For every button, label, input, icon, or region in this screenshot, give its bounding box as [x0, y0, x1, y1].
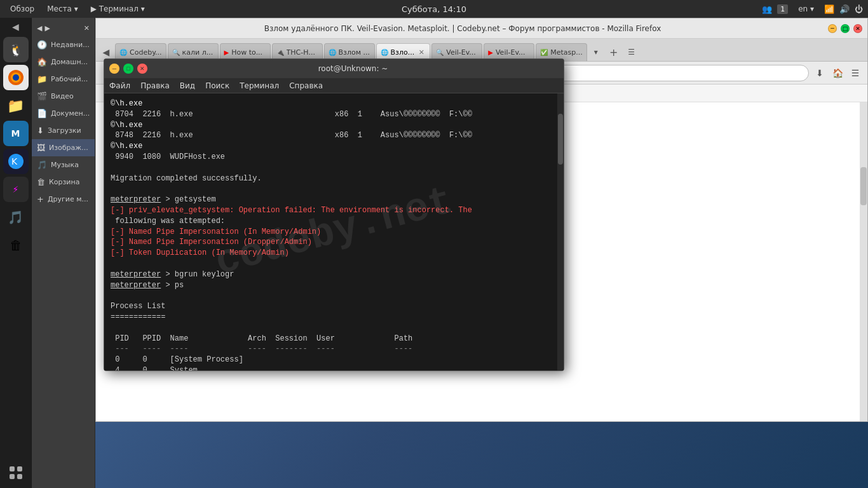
dock: ◀ 🐧 📁 M K ⚡ 🎵 🗑	[0, 18, 32, 488]
svg-point-2	[13, 74, 19, 81]
downloads-icon: ⬇	[37, 126, 44, 135]
sidebar-item-label: Музыка	[51, 161, 79, 169]
svg-rect-8	[17, 474, 22, 479]
terminal-body[interactable]: ©\h.exe 8704 2216 h.exe x86 1 Asus\©©©©©…	[104, 93, 564, 370]
sidebar-item-downloads[interactable]: ⬇ Загрузки	[32, 122, 95, 139]
terminal-menu-search[interactable]: Поиск	[205, 81, 229, 90]
terminal-maximize-button[interactable]: □	[123, 64, 133, 74]
address-right-buttons: ⬇ 🏠 ☰	[811, 65, 864, 81]
sidebar: ◀ ▶ ✕ 🕐 Недавни... 🏠 Домашн... 📁 Рабочий…	[32, 18, 95, 488]
browser-title: Взлом удалённого ПК. Veil-Evasion. Metas…	[101, 24, 824, 33]
browser-scrollbar[interactable]	[860, 102, 867, 421]
svg-rect-7	[10, 474, 15, 479]
dock-item-linux[interactable]: 🐧	[3, 37, 29, 62]
sidebar-item-video[interactable]: 🎬 Видео	[32, 88, 95, 105]
dock-item-firefox[interactable]	[3, 65, 29, 90]
download-button[interactable]: ⬇	[811, 65, 828, 81]
sidebar-nav-back[interactable]: ◀ ▶ ✕	[32, 20, 95, 36]
dock-item-pycharm[interactable]: ⚡	[3, 177, 29, 202]
trash-icon: 🗑	[37, 177, 45, 187]
tab-label: Взло...	[391, 48, 415, 57]
dock-item-trash[interactable]: 🗑	[3, 233, 29, 258]
tab-favicon-howto: ▶	[224, 49, 229, 56]
terminal-scrollbar[interactable]	[557, 93, 564, 370]
video-icon: 🎬	[37, 92, 47, 101]
tab-favicon-thc: 🔌	[276, 49, 284, 56]
sidebar-item-label: Другие м...	[48, 195, 88, 203]
tab-favicon-kali: 🔍	[172, 49, 180, 56]
dock-item-files[interactable]: 📁	[3, 93, 29, 118]
system-bar-right: 👥 1 en ▾ 📶 🔊 ⏻	[762, 3, 863, 15]
sidebar-item-documents[interactable]: 📄 Докумен...	[32, 105, 95, 122]
sysbar-power-icon[interactable]: ⏻	[855, 4, 863, 14]
documents-icon: 📄	[37, 109, 47, 118]
terminal-window: ─ □ ✕ root@Unknown: ~ Файл Правка Вид По…	[104, 58, 564, 371]
sysbar-overview[interactable]: Обзор	[5, 3, 39, 15]
sysbar-lang[interactable]: en ▾	[793, 3, 819, 15]
browser-maximize-button[interactable]: □	[841, 24, 850, 33]
tab-label: Взлом ...	[339, 48, 370, 57]
terminal-close-button[interactable]: ✕	[137, 64, 147, 74]
terminal-menu-view[interactable]: Вид	[180, 81, 195, 90]
add-icon: +	[37, 194, 44, 204]
sidebar-item-label: Рабочий...	[51, 75, 88, 83]
dock-arrow-up[interactable]: ◀	[12, 22, 19, 32]
tab-favicon-vzlom2: 🌐	[381, 49, 388, 56]
terminal-menu-help[interactable]: Справка	[289, 81, 323, 90]
terminal-titlebar: ─ □ ✕ root@Unknown: ~	[104, 59, 564, 78]
sidebar-item-other[interactable]: + Другие м...	[32, 191, 95, 208]
dock-item-kali[interactable]: K	[3, 149, 29, 174]
terminal-menu-terminal[interactable]: Терминал	[240, 81, 279, 90]
svg-rect-6	[17, 466, 22, 471]
sidebar-item-music[interactable]: 🎵 Музыка	[32, 156, 95, 173]
terminal-window-controls: ─ □ ✕	[109, 64, 147, 74]
system-clock: Суббота, 14:10	[402, 4, 466, 14]
dock-item-music[interactable]: 🎵	[3, 205, 29, 230]
tab-close-button[interactable]: ✕	[417, 48, 426, 57]
sidebar-item-label: Изображ...	[49, 144, 88, 152]
sysbar-wifi-icon[interactable]: 📶	[824, 4, 834, 14]
browser-titlebar: Взлом удалённого ПК. Veil-Evasion. Metas…	[96, 18, 867, 39]
desktop-background	[32, 422, 868, 488]
sidebar-item-label: Докумен...	[51, 109, 90, 118]
sysbar-sound-icon[interactable]: 🔊	[839, 4, 850, 14]
sidebar-close-icon[interactable]: ✕	[84, 24, 90, 32]
sidebar-item-trash[interactable]: 🗑 Корзина	[32, 173, 95, 191]
sidebar-item-recent[interactable]: 🕐 Недавни...	[32, 36, 95, 53]
terminal-scrollbar-thumb[interactable]	[558, 114, 563, 165]
system-bar: Обзор Места ▾ ▶ Терминал ▾ Суббота, 14:1…	[0, 0, 868, 18]
terminal-menu-file[interactable]: Файл	[109, 81, 130, 90]
browser-minimize-button[interactable]: ─	[828, 24, 837, 33]
tab-favicon-veil1: 🔍	[436, 49, 444, 56]
sidebar-item-label: Видео	[51, 92, 74, 100]
music-icon: 🎵	[37, 160, 47, 170]
sysbar-places[interactable]: Места ▾	[42, 3, 83, 15]
recent-icon: 🕐	[37, 40, 47, 50]
tab-menu-button[interactable]: ☰	[624, 43, 639, 61]
terminal-minimize-button[interactable]: ─	[109, 64, 119, 74]
sysbar-user-icon: 👥	[762, 4, 772, 14]
browser-close-button[interactable]: ✕	[853, 24, 862, 33]
tab-label: Veil-Ev...	[496, 48, 530, 57]
tab-label: кали л...	[182, 48, 214, 57]
back-icon: ◀	[37, 24, 42, 32]
sysbar-workspace-badge[interactable]: 1	[777, 4, 788, 14]
sidebar-item-desktop[interactable]: 📁 Рабочий...	[32, 71, 95, 88]
tab-add-button[interactable]: +	[605, 43, 623, 61]
sidebar-item-home[interactable]: 🏠 Домашн...	[32, 53, 95, 71]
sysbar-terminal[interactable]: ▶ Терминал ▾	[86, 3, 150, 15]
dock-item-email[interactable]: M	[3, 121, 29, 146]
svg-text:K: K	[11, 156, 18, 166]
tab-overflow-button[interactable]: ▾	[588, 43, 604, 61]
tab-favicon-metasp: ✅	[540, 49, 548, 56]
sidebar-item-images[interactable]: 🖼 Изображ...	[32, 139, 95, 156]
desktop-icon: 📁	[37, 74, 47, 84]
terminal-menu-edit[interactable]: Правка	[140, 81, 170, 90]
forward-icon: ▶	[44, 24, 50, 32]
dock-item-apps[interactable]	[3, 460, 29, 485]
tab-favicon-veil2: ▶	[488, 49, 493, 56]
menu-button[interactable]: ☰	[847, 65, 864, 81]
browser-scrollbar-thumb[interactable]	[860, 167, 867, 205]
system-bar-left: Обзор Места ▾ ▶ Терминал ▾	[5, 3, 150, 15]
home-nav-button[interactable]: 🏠	[829, 65, 846, 81]
